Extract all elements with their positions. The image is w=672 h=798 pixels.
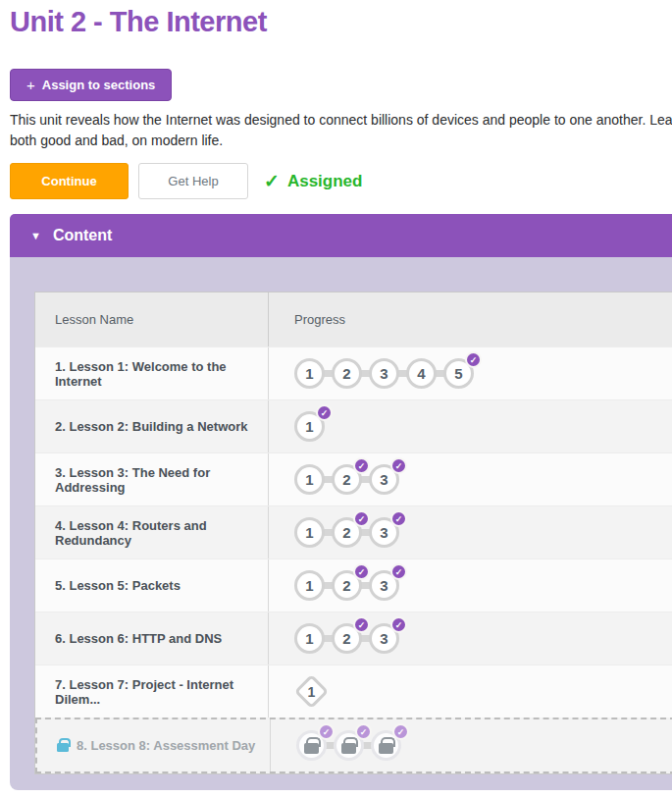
completed-check-badge: ✓	[390, 457, 407, 474]
completed-check-badge: ✓	[318, 723, 335, 740]
level-bubble-wrap: 2✓	[332, 570, 362, 601]
assign-button-label: Assign to sections	[42, 78, 156, 92]
continue-button[interactable]: Continue	[10, 163, 129, 199]
table-row: 5. Lesson 5: Packets12✓3✓	[35, 559, 672, 612]
caret-down-icon: ▼	[30, 230, 41, 241]
level-bubble-wrap: 3✓	[369, 464, 399, 495]
lock-icon	[379, 743, 393, 754]
level-bubble-wrap: 1	[294, 358, 325, 389]
level-bubble-wrap: 1	[294, 623, 325, 654]
level-bubble[interactable]: 3	[369, 358, 399, 389]
lesson-progress-cell: 12345✓	[269, 347, 672, 399]
lesson-name-cell[interactable]: 8. Lesson 8: Assessment Day	[37, 719, 271, 771]
level-bubble-wrap: 1	[294, 570, 325, 601]
level-bubble-wrap: 3✓	[369, 623, 399, 654]
lesson-name-cell[interactable]: 2. Lesson 2: Building a Network	[35, 400, 269, 452]
lesson-name-cell[interactable]: 3. Lesson 3: The Need for Addressing	[35, 453, 269, 505]
lock-icon	[57, 743, 69, 752]
lesson-progress-cell: ✓✓✓	[271, 719, 672, 771]
content-panel: Lesson Name Progress 1. Lesson 1: Welcom…	[10, 257, 672, 790]
action-button-row: Continue Get Help ✓ Assigned	[10, 163, 672, 199]
table-header-row: Lesson Name Progress	[35, 293, 672, 346]
level-bubble[interactable]: 1	[294, 517, 325, 548]
level-bubble-wrap: 3✓	[369, 570, 399, 601]
level-diamond[interactable]: 1	[293, 674, 328, 709]
table-row: 2. Lesson 2: Building a Network1✓	[35, 399, 672, 452]
lesson-name-label: 4. Lesson 4: Routers and Redundancy	[55, 518, 268, 548]
lesson-name-label: 7. Lesson 7: Project - Internet Dilem...	[55, 677, 268, 707]
description-line-2: both good and bad, on modern life.	[10, 131, 672, 151]
level-bubble-wrap: 2✓	[332, 517, 362, 548]
completed-check-badge: ✓	[390, 563, 407, 580]
completed-check-badge: ✓	[392, 723, 409, 740]
lesson-name-label: 2. Lesson 2: Building a Network	[55, 419, 247, 434]
level-bubble[interactable]: 1	[294, 358, 325, 389]
unit-description: This unit reveals how the Internet was d…	[10, 110, 672, 151]
level-bubble[interactable]: 2	[332, 358, 362, 389]
lesson-progress-cell: 12✓3✓	[269, 559, 672, 612]
assigned-label: Assigned	[287, 172, 363, 191]
table-row: 6. Lesson 6: HTTP and DNS12✓3✓	[35, 612, 672, 665]
completed-check-badge: ✓	[353, 510, 370, 527]
content-section-header[interactable]: ▼ Content	[10, 214, 672, 257]
lesson-name-label: 8. Lesson 8: Assessment Day	[77, 738, 255, 753]
level-number: 1	[307, 683, 315, 699]
column-header-lesson-name: Lesson Name	[35, 293, 269, 346]
lesson-name-cell[interactable]: 7. Lesson 7: Project - Internet Dilem...	[35, 665, 269, 718]
level-bubble-wrap: 1✓	[294, 411, 325, 442]
level-bubble-wrap: 2✓	[332, 464, 362, 495]
completed-check-badge: ✓	[353, 616, 370, 633]
lesson-progress-cell: 1	[269, 665, 672, 718]
level-bubble[interactable]: 1	[294, 464, 325, 495]
level-bubble-wrap: 1	[294, 464, 325, 495]
completed-check-badge: ✓	[390, 510, 407, 527]
completed-check-badge: ✓	[353, 563, 370, 580]
level-bubble-wrap: ✓	[371, 730, 401, 761]
lesson-name-cell[interactable]: 1. Lesson 1: Welcome to the Internet	[35, 347, 269, 399]
lesson-progress-cell: 12✓3✓	[269, 453, 672, 505]
assigned-status: ✓ Assigned	[264, 170, 362, 192]
table-row: 3. Lesson 3: The Need for Addressing12✓3…	[35, 452, 672, 505]
completed-check-badge: ✓	[390, 616, 407, 633]
lesson-name-cell[interactable]: 6. Lesson 6: HTTP and DNS	[35, 612, 269, 665]
level-bubble-wrap: ✓	[334, 730, 364, 761]
table-body: 1. Lesson 1: Welcome to the Internet1234…	[35, 346, 672, 773]
lesson-name-cell[interactable]: 5. Lesson 5: Packets	[35, 559, 269, 612]
assign-to-sections-button[interactable]: + Assign to sections	[10, 69, 172, 101]
level-bubble-wrap: 5✓	[443, 358, 474, 389]
completed-check-badge: ✓	[465, 351, 482, 368]
completed-check-badge: ✓	[353, 457, 370, 474]
column-header-progress: Progress	[269, 293, 672, 346]
level-bubble-wrap: 2	[332, 358, 362, 389]
completed-check-badge: ✓	[316, 404, 333, 421]
lesson-name-label: 3. Lesson 3: The Need for Addressing	[55, 465, 268, 495]
table-row: 4. Lesson 4: Routers and Redundancy12✓3✓	[35, 505, 672, 559]
lesson-progress-cell: 1✓	[269, 400, 672, 452]
lesson-name-label: 1. Lesson 1: Welcome to the Internet	[55, 359, 268, 389]
lesson-name-cell[interactable]: 4. Lesson 4: Routers and Redundancy	[35, 506, 269, 559]
lock-icon	[341, 743, 356, 754]
lesson-table: Lesson Name Progress 1. Lesson 1: Welcom…	[34, 292, 672, 774]
table-row: 8. Lesson 8: Assessment Day✓✓✓	[35, 718, 672, 773]
level-bubble-wrap: 3	[369, 358, 399, 389]
level-bubble-wrap: 4	[406, 358, 437, 389]
lesson-name-label: 6. Lesson 6: HTTP and DNS	[55, 631, 222, 646]
table-row: 7. Lesson 7: Project - Internet Dilem...…	[35, 665, 672, 718]
completed-check-badge: ✓	[355, 723, 372, 740]
plus-icon: +	[26, 77, 35, 93]
lesson-progress-cell: 12✓3✓	[269, 612, 672, 665]
check-icon: ✓	[264, 170, 280, 192]
level-bubble[interactable]: 1	[294, 623, 325, 654]
level-bubble-wrap: 1	[294, 675, 328, 709]
table-row: 1. Lesson 1: Welcome to the Internet1234…	[35, 346, 672, 399]
level-bubble-wrap: 3✓	[369, 517, 399, 548]
get-help-button[interactable]: Get Help	[138, 163, 248, 199]
content-header-label: Content	[53, 227, 112, 244]
level-bubble[interactable]: 4	[406, 358, 437, 389]
lesson-name-label: 5. Lesson 5: Packets	[55, 578, 181, 593]
lock-icon	[304, 743, 319, 754]
level-bubble-wrap: 2✓	[332, 623, 362, 654]
level-bubble-wrap: 1	[294, 517, 325, 548]
level-bubble[interactable]: 1	[294, 570, 325, 601]
description-line-1: This unit reveals how the Internet was d…	[10, 110, 672, 131]
